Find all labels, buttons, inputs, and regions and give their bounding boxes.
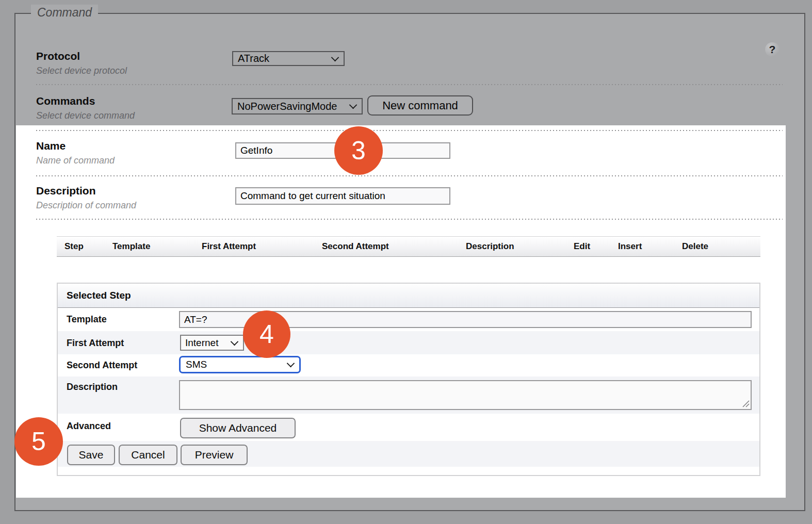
column-header-insert: Insert [618,237,642,256]
template-label: Template [67,314,107,325]
column-header-step: Step [64,237,84,256]
second-attempt-label: Second Attempt [67,360,137,371]
section-divider [36,84,783,85]
selected-step-box: Selected Step Template First Attempt Int… [57,283,760,476]
column-header-delete: Delete [682,237,708,256]
cancel-button[interactable]: Cancel [119,445,177,465]
annotation-badge-3: 3 [334,126,383,175]
selected-step-title: Selected Step [67,284,131,307]
advanced-row: Advanced Show Advanced [58,414,759,441]
name-hint: Name of command [36,155,115,166]
template-row: Template [58,308,759,331]
first-attempt-row: First Attempt Internet [58,331,759,354]
column-header-description: Description [466,237,514,256]
description-hint: Description of command [36,200,136,211]
second-attempt-select[interactable]: SMS [179,356,301,373]
chevron-down-icon [287,359,295,368]
second-attempt-row: Second Attempt SMS [58,354,759,376]
chevron-down-icon [331,53,339,61]
new-command-button[interactable]: New command [367,95,473,116]
column-header-template: Template [112,237,150,256]
annotation-badge-5: 5 [14,417,63,466]
description-input[interactable] [235,187,450,205]
name-label: Name [36,140,66,152]
commands-label: Commands [36,95,95,107]
preview-button[interactable]: Preview [181,445,248,465]
step-description-label: Description [67,382,118,392]
column-header-edit: Edit [574,237,590,256]
selected-step-header: Selected Step [58,284,759,308]
show-advanced-button[interactable]: Show Advanced [180,418,296,438]
save-button[interactable]: Save [67,445,115,465]
first-attempt-select[interactable]: Internet [180,335,244,351]
filler-row [58,467,759,475]
commands-select-value: NoPowerSavingMode [237,101,337,112]
protocol-select-value: ATrack [238,53,269,64]
step-description-row: Description [58,376,759,414]
commands-select[interactable]: NoPowerSavingMode [232,98,363,114]
column-header-first-attempt: First Attempt [202,237,256,256]
protocol-select[interactable]: ATrack [232,51,345,66]
actions-row: Save Cancel Preview [58,441,759,467]
commands-hint: Select device command [36,110,135,121]
section-divider [36,219,783,220]
description-label: Description [36,185,96,197]
first-attempt-label: First Attempt [67,338,124,349]
section-divider [36,130,783,131]
chevron-down-icon [231,337,239,346]
command-editor-screen: Command ? Protocol Select device protoco… [0,0,812,524]
section-divider [36,175,783,176]
step-description-textarea[interactable] [179,380,752,410]
second-attempt-select-value: SMS [186,359,207,370]
column-header-second-attempt: Second Attempt [322,237,389,256]
protocol-label: Protocol [36,50,80,62]
annotation-badge-4: 4 [243,310,290,358]
protocol-hint: Select device protocol [36,66,127,76]
steps-table-header: StepTemplateFirst AttemptSecond AttemptD… [57,236,760,257]
advanced-label: Advanced [67,421,111,432]
chevron-down-icon [349,101,358,109]
fieldset-legend: Command [31,5,98,21]
first-attempt-select-value: Internet [185,337,218,349]
help-icon[interactable]: ? [765,42,779,57]
